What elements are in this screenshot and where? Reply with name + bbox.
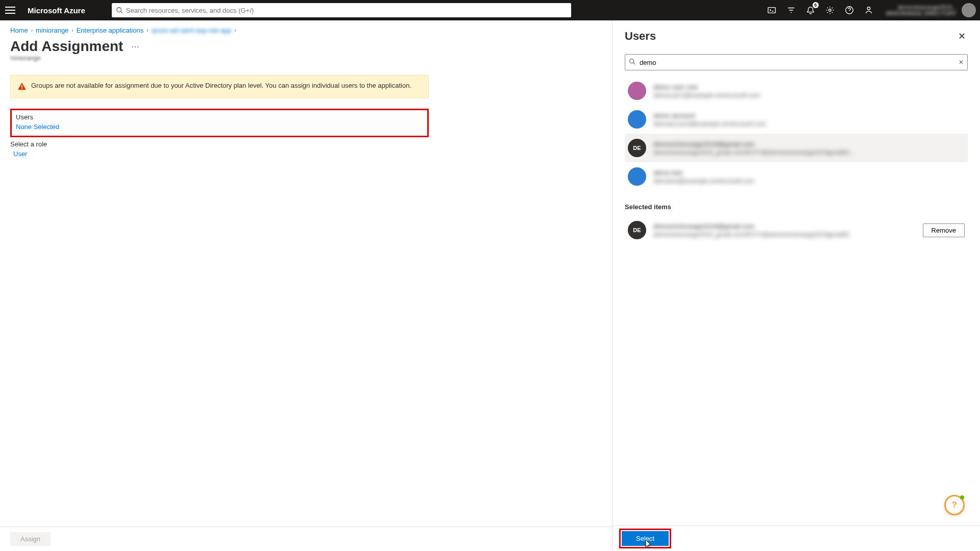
- user-name: demominiorange2019@gmail.com: [653, 222, 916, 230]
- feedback-icon[interactable]: [864, 5, 874, 15]
- user-avatar: [628, 167, 646, 186]
- warning-text: Groups are not available for assignment …: [31, 82, 411, 92]
- remove-button[interactable]: Remove: [923, 223, 965, 237]
- user-avatar: [628, 110, 646, 129]
- page-subtitle: miniorange: [0, 55, 612, 70]
- svg-point-6: [630, 59, 634, 63]
- search-icon: [116, 7, 123, 14]
- breadcrumb: Home › miniorange › Enterprise applicati…: [0, 20, 612, 36]
- svg-point-5: [867, 7, 870, 10]
- help-icon[interactable]: [844, 5, 854, 15]
- user-avatar: DE: [628, 139, 646, 157]
- global-search[interactable]: [112, 3, 571, 17]
- close-icon[interactable]: ✕: [956, 29, 968, 44]
- user-row[interactable]: DEdemominiorange2019@gmail.comdemominior…: [625, 134, 968, 162]
- user-name: demo account: [653, 112, 965, 119]
- panel-search-input[interactable]: [625, 54, 968, 70]
- account-directory: MINIORANGE DIRECTORY: [886, 10, 957, 16]
- breadcrumb-home[interactable]: Home: [10, 27, 28, 34]
- user-email: demominiorange2019_gmail.com#EXT#@demomi…: [653, 149, 965, 156]
- chevron-right-icon: ›: [146, 28, 148, 33]
- account-name: demominiorange2019...: [886, 4, 957, 10]
- selected-items-list: DEdemominiorange2019@gmail.comdemominior…: [612, 215, 980, 245]
- page-title: Add Assignment: [10, 38, 123, 55]
- svg-point-0: [117, 8, 121, 12]
- role-label: Select a role: [10, 140, 429, 148]
- warning-banner: Groups are not available for assignment …: [10, 75, 429, 98]
- user-name: demo test: [653, 169, 965, 177]
- chevron-right-icon: ›: [31, 28, 33, 33]
- menu-icon[interactable]: [4, 4, 16, 16]
- user-list: demo user onedemouser1@example.onmicroso…: [625, 77, 968, 191]
- notification-badge: 5: [813, 2, 819, 8]
- selected-items-heading: Selected items: [625, 203, 968, 211]
- svg-line-7: [633, 63, 635, 64]
- cloud-shell-icon[interactable]: [767, 5, 777, 15]
- assign-button[interactable]: Assign: [10, 532, 51, 546]
- role-value-link[interactable]: User: [13, 150, 27, 158]
- main-pane: Home › miniorange › Enterprise applicati…: [0, 20, 612, 551]
- topbar: Microsoft Azure 5 demominiorange2019... …: [0, 0, 980, 20]
- user-row[interactable]: demo user onedemouser1@example.onmicroso…: [625, 77, 968, 105]
- breadcrumb-entapps[interactable]: Enterprise applications: [77, 27, 144, 34]
- warning-icon: [18, 82, 26, 92]
- svg-point-3: [828, 9, 831, 12]
- chevron-right-icon: ›: [71, 28, 73, 33]
- user-email: demominiorange2019_gmail.com#EXT#@demomi…: [653, 231, 916, 238]
- avatar[interactable]: [962, 3, 976, 17]
- global-search-input[interactable]: [126, 7, 567, 14]
- help-float-icon[interactable]: ?: [944, 495, 965, 515]
- chevron-right-icon: ›: [234, 28, 236, 33]
- clear-search-icon[interactable]: ✕: [959, 59, 964, 66]
- brand-label: Microsoft Azure: [28, 6, 85, 15]
- users-selector-box[interactable]: Users None Selected: [10, 109, 429, 137]
- svg-line-1: [120, 12, 122, 14]
- settings-icon[interactable]: [825, 5, 835, 15]
- user-row[interactable]: demo accountdemoaccount@example.onmicros…: [625, 105, 968, 134]
- selected-item-row: DEdemominiorange2019@gmail.comdemominior…: [625, 218, 968, 242]
- breadcrumb-tenant[interactable]: miniorange: [36, 27, 68, 34]
- user-email: demotest@example.onmicrosoft.com: [653, 178, 965, 185]
- select-button[interactable]: Select: [622, 531, 669, 546]
- more-actions-icon[interactable]: ⋯: [129, 40, 141, 54]
- user-name: demo user one: [653, 83, 965, 91]
- right-footer: Select: [612, 525, 980, 551]
- user-email: demouser1@example.onmicrosoft.com: [653, 92, 965, 99]
- user-row[interactable]: demo testdemotest@example.onmicrosoft.co…: [625, 162, 968, 191]
- user-avatar: DE: [628, 221, 646, 239]
- search-icon: [629, 58, 635, 66]
- svg-rect-2: [768, 8, 775, 13]
- left-footer: Assign: [0, 527, 612, 551]
- account-menu[interactable]: demominiorange2019... MINIORANGE DIRECTO…: [886, 3, 976, 17]
- notifications-icon[interactable]: 5: [805, 5, 816, 15]
- panel-title: Users: [625, 30, 656, 43]
- breadcrumb-app[interactable]: azure-ad-saml-asp-net-app: [152, 27, 232, 34]
- filter-icon[interactable]: [786, 5, 796, 15]
- topbar-icons: 5: [767, 5, 874, 15]
- user-email: demoaccount@example.onmicrosoft.com: [653, 120, 965, 128]
- users-none-selected-link[interactable]: None Selected: [16, 123, 59, 131]
- panel-search: ✕: [625, 54, 968, 70]
- user-avatar: [628, 82, 646, 100]
- user-name: demominiorange2019@gmail.com: [653, 140, 965, 148]
- users-panel: Users ✕ ✕ demo user onedemouser1@example…: [612, 20, 980, 551]
- users-label: Users: [16, 113, 423, 121]
